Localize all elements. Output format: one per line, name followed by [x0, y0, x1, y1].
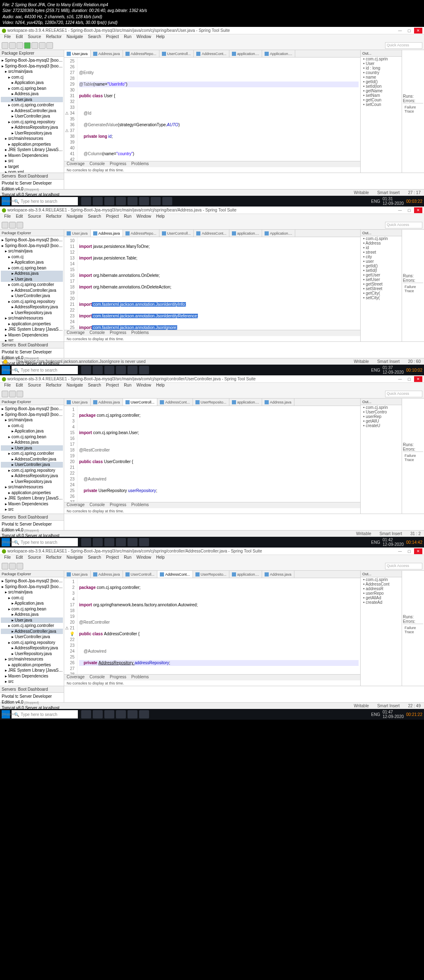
- tree-item[interactable]: ▸ Application.java: [1, 80, 63, 86]
- editor-tab[interactable]: AddressRepo...: [123, 50, 159, 57]
- editor-tab[interactable]: application....: [229, 230, 262, 237]
- editor-tab[interactable]: Address.java: [91, 571, 123, 578]
- outline-item[interactable]: • createU: [361, 423, 402, 428]
- outline-item[interactable]: • getCoun: [361, 98, 402, 102]
- outline-item[interactable]: • setCity(: [361, 295, 402, 300]
- tree-item[interactable]: ▸ src/main/resources: [1, 656, 63, 662]
- tree-item[interactable]: ▸ Application.java: [1, 600, 63, 606]
- menu-help[interactable]: Help: [154, 34, 167, 41]
- tree-item[interactable]: ▸ Maven Dependencies: [1, 501, 63, 507]
- tree-item[interactable]: ▸ User.java: [1, 445, 63, 451]
- tree-item[interactable]: ▸ application.properties: [1, 490, 63, 496]
- tree-item[interactable]: ▸ target: [1, 512, 63, 514]
- outline-item[interactable]: • addressR: [361, 586, 402, 591]
- outline-item[interactable]: • setCoun: [361, 102, 402, 107]
- tree-item[interactable]: ▸ com.cj.spring.repository: [1, 468, 63, 473]
- editor-tab[interactable]: UserControll...: [123, 399, 158, 406]
- menu-project[interactable]: Project: [104, 34, 121, 41]
- editor-tab[interactable]: UserReposito...: [193, 399, 229, 406]
- editor-tab[interactable]: User.java: [64, 571, 91, 578]
- menu-window[interactable]: Window: [134, 34, 154, 41]
- editor-tab[interactable]: User.java: [64, 399, 91, 406]
- tree-item[interactable]: ▸ application.properties: [1, 662, 63, 668]
- tree-item[interactable]: ▸ src/main/resources: [1, 315, 63, 321]
- menu-edit[interactable]: Edit: [13, 34, 25, 41]
- tray-lang[interactable]: ENG: [371, 199, 380, 204]
- tree-item[interactable]: ▸ com.cj.spring.repository: [1, 119, 63, 125]
- editor-tabs[interactable]: User.javaAddress.javaUserControll...Addr…: [64, 399, 360, 406]
- editor-tab[interactable]: User.java: [64, 50, 91, 57]
- editor-tab[interactable]: Application....: [262, 50, 295, 57]
- tree-item[interactable]: ▸ JRE System Library [JavaSE-1.8]: [1, 147, 63, 153]
- minimize-button[interactable]: —: [396, 207, 404, 213]
- outline-item[interactable]: • id : long: [361, 66, 402, 70]
- outline-item[interactable]: • setId(l: [361, 268, 402, 273]
- tree-item[interactable]: ▸ com.cj.spring.controller: [1, 102, 63, 108]
- save-icon[interactable]: [9, 42, 16, 49]
- tree-item[interactable]: ▸ Spring-Boot-Jpa-mysql2 [boot] [devtool…: [1, 406, 63, 412]
- outline-item[interactable]: • country: [361, 70, 402, 75]
- toolbar-icon[interactable]: [46, 42, 53, 49]
- editor-tab[interactable]: User.java: [64, 230, 91, 237]
- app-icon[interactable]: [151, 197, 161, 205]
- app-icon[interactable]: [139, 197, 149, 205]
- outline-item[interactable]: • com.cj.sprin: [361, 57, 402, 61]
- tree-item[interactable]: ▸ com.cj.spring.bean: [1, 434, 63, 440]
- tree-item[interactable]: ▸ src/main/java: [1, 248, 63, 254]
- bottom-tabs[interactable]: Coverage Console Progress Problems: [64, 161, 360, 167]
- app-icon[interactable]: [116, 197, 126, 205]
- outline-item[interactable]: • Address: [361, 241, 402, 245]
- editor-tab[interactable]: UserControll...: [123, 571, 158, 578]
- cortana-icon[interactable]: [81, 197, 91, 205]
- tree-item[interactable]: ▸ Address.java: [1, 91, 63, 97]
- server-item[interactable]: Tomcat v8.0 Server at localhost [Stopped…: [2, 192, 62, 204]
- editor-tab[interactable]: Address.java: [262, 399, 294, 406]
- server-item[interactable]: Pivotal tc Server Developer Edition v4.0…: [2, 180, 62, 192]
- titlebar[interactable]: ⬤ workspace-sts-3.9.4.RELEASE1 - Spring-…: [0, 27, 424, 34]
- tree-item[interactable]: ▸ application.properties: [1, 321, 63, 327]
- tree-item[interactable]: ▸ AddressRepository.java: [1, 645, 63, 651]
- tree-item[interactable]: ▸ User.java: [1, 97, 63, 103]
- tree-item[interactable]: ▸ src: [1, 507, 63, 512]
- tree-item[interactable]: ▸ com.cj.spring.controller: [1, 282, 63, 288]
- quick-access-input[interactable]: Quick Access: [385, 42, 422, 49]
- editor-tab[interactable]: Address.java: [262, 571, 294, 578]
- tree-item[interactable]: ▸ src/main/java: [1, 69, 63, 74]
- tree-item[interactable]: ▸ UserController.java: [1, 462, 63, 468]
- tree-item[interactable]: ▸ AddressRepository.java: [1, 473, 63, 479]
- menu-source[interactable]: Source: [25, 34, 43, 41]
- menubar[interactable]: File Edit Source Refactor Navigate Searc…: [0, 34, 424, 41]
- outline-item[interactable]: • id: [361, 245, 402, 250]
- main-toolbar[interactable]: Quick Access: [0, 41, 424, 50]
- editor-tabs[interactable]: User.javaAddress.javaUserControll...Addr…: [64, 571, 360, 578]
- tree-item[interactable]: ▸ AddressRepository.java: [1, 125, 63, 130]
- tree-item[interactable]: ▸ Maven Dependencies: [1, 673, 63, 679]
- toolbar-icon[interactable]: [31, 42, 38, 49]
- tab-console[interactable]: Console: [87, 161, 107, 167]
- tree-item[interactable]: ▸ JRE System Library [JavaSE-1.8]: [1, 327, 63, 332]
- outline-view[interactable]: Out... • com.cj.sprin• User• id : long• …: [360, 50, 402, 173]
- tree-item[interactable]: ▸ AddressController.java: [1, 108, 63, 114]
- tree-item[interactable]: ▸ Address.java: [1, 440, 63, 445]
- tree-item[interactable]: ▸ com.cj: [1, 595, 63, 601]
- outline-item[interactable]: • user: [361, 259, 402, 264]
- outline-item[interactable]: • getCity(: [361, 291, 402, 295]
- tree-item[interactable]: ▸ com.cj: [1, 423, 63, 429]
- tab-coverage[interactable]: Coverage: [64, 161, 87, 167]
- tree-item[interactable]: ▸ Maven Dependencies: [1, 153, 63, 159]
- editor-tab[interactable]: UserControll...: [159, 230, 194, 237]
- outline-item[interactable]: • getAllU: [361, 419, 402, 423]
- outline-item[interactable]: • setStreet: [361, 286, 402, 291]
- outline-item[interactable]: • com.cj.sprin: [361, 577, 402, 582]
- tree-item[interactable]: ▸ Spring-Boot-Jpa-mysql3 [boot] [devtool…: [1, 243, 63, 249]
- app-icon[interactable]: [104, 197, 114, 205]
- outline-item[interactable]: • userRep: [361, 414, 402, 419]
- tree-item[interactable]: ▸ Spring-Boot-Jpa-mysql2 [boot] [devtool…: [1, 237, 63, 243]
- outline-item[interactable]: • User: [361, 61, 402, 66]
- tree-item[interactable]: ▸ com.cj.spring.repository: [1, 299, 63, 305]
- junit-view[interactable]: Runs: Errors: Failure Trace: [402, 50, 424, 173]
- editor-tab[interactable]: Address.java: [91, 230, 123, 237]
- code-editor[interactable]: 123417181920⚠ 21💡22232425262728293031323…: [64, 578, 360, 674]
- editor-tab[interactable]: Address.java: [91, 399, 123, 406]
- outline-item[interactable]: • getId(): [361, 264, 402, 268]
